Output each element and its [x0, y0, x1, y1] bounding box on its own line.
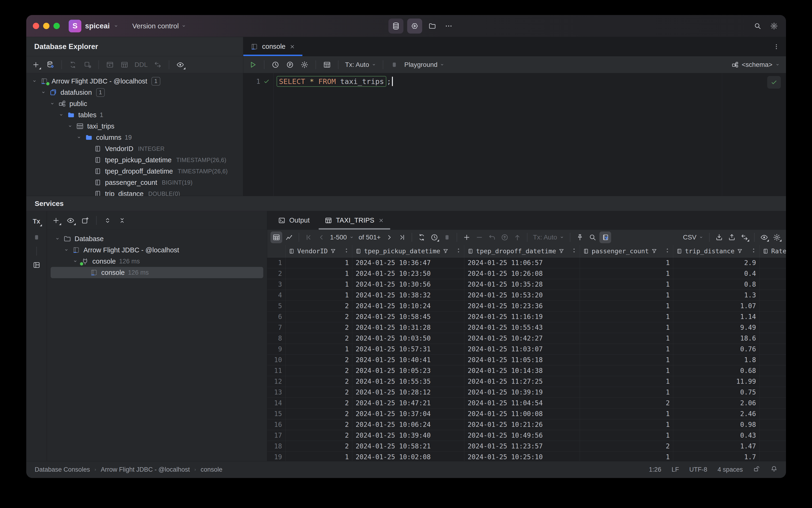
- cell[interactable]: 1: [580, 301, 673, 311]
- column-header-tpep_dropoff_datetime[interactable]: tpep_dropoff_datetime: [464, 245, 580, 257]
- cell[interactable]: 2024-01-25 10:23:50: [352, 268, 464, 279]
- breadcrumb-item[interactable]: Arrow Flight JDBC - @localhost: [101, 466, 190, 473]
- cell[interactable]: 2024-01-25 10:38:32: [352, 290, 464, 300]
- close-tab-icon[interactable]: [378, 217, 384, 223]
- tree-item-columns[interactable]: columns19: [26, 132, 243, 143]
- view-options-button[interactable]: [64, 214, 77, 227]
- cell[interactable]: 2024-01-25 10:14:38: [464, 366, 580, 376]
- cell[interactable]: 2024-01-25 10:49:56: [464, 430, 580, 441]
- cell[interactable]: 1: [580, 322, 673, 333]
- last-page-button[interactable]: [396, 231, 408, 243]
- cell[interactable]: 2: [285, 354, 352, 365]
- add-service-button[interactable]: [50, 214, 62, 227]
- project-files-button[interactable]: [426, 20, 439, 32]
- cell[interactable]: 2024-01-25 10:36:47: [352, 257, 464, 268]
- parameters-button[interactable]: [284, 58, 296, 71]
- stop-strip-button[interactable]: [30, 231, 43, 244]
- cell[interactable]: [760, 441, 786, 452]
- cell[interactable]: [760, 279, 786, 290]
- execute-button[interactable]: [246, 58, 259, 71]
- row-number[interactable]: 14: [267, 398, 285, 408]
- cell[interactable]: 0.76: [673, 344, 760, 354]
- tab-taxi-trips[interactable]: TAXI_TRIPS: [317, 211, 392, 229]
- cell[interactable]: 2024-01-25 10:57:31: [352, 344, 464, 354]
- chevron-down-icon[interactable]: [76, 135, 83, 140]
- cell[interactable]: 2024-01-25 10:31:28: [352, 322, 464, 333]
- row-number[interactable]: 16: [267, 419, 285, 430]
- cell[interactable]: 2024-01-25 10:39:40: [352, 430, 464, 441]
- chart-view-button[interactable]: [283, 231, 295, 243]
- tab-options-button[interactable]: [773, 43, 780, 50]
- caret-position[interactable]: 1:26: [649, 466, 661, 473]
- row-number[interactable]: 10: [267, 354, 285, 365]
- row-number[interactable]: 12: [267, 376, 285, 387]
- add-data-source-button[interactable]: [30, 58, 42, 71]
- row-number[interactable]: 9: [267, 344, 285, 354]
- browse-data-button[interactable]: [321, 58, 333, 71]
- inspections-ok-widget[interactable]: [767, 76, 781, 89]
- compare-data-button[interactable]: [739, 231, 750, 243]
- cell[interactable]: 2024-01-25 10:10:24: [352, 301, 464, 311]
- column-header-trip_distance[interactable]: trip_distance: [673, 245, 760, 257]
- page-range-select[interactable]: 1-500: [328, 231, 356, 243]
- column-header-vendorid[interactable]: VendorID: [285, 245, 352, 257]
- cell[interactable]: 1: [580, 376, 673, 387]
- cell[interactable]: 2024-01-25 10:06:24: [352, 419, 464, 430]
- cell[interactable]: 2024-01-25 10:55:35: [352, 376, 464, 387]
- cell[interactable]: 1: [580, 354, 673, 365]
- cell[interactable]: 2024-01-25 10:30:56: [352, 279, 464, 290]
- cell[interactable]: 2: [285, 441, 352, 452]
- cell[interactable]: 1: [285, 344, 352, 354]
- cell[interactable]: 2024-01-25 10:02:08: [352, 452, 464, 461]
- chevron-down-icon[interactable]: [40, 90, 47, 95]
- row-number[interactable]: 17: [267, 430, 285, 441]
- cell[interactable]: 1.07: [673, 301, 760, 311]
- first-page-button[interactable]: [303, 231, 315, 243]
- query-history-button[interactable]: [269, 58, 282, 71]
- open-in-new-tab-button[interactable]: [79, 214, 91, 227]
- ddl-button[interactable]: DDL: [133, 58, 149, 71]
- expand-all-button[interactable]: [101, 214, 114, 227]
- row-number[interactable]: 8: [267, 333, 285, 344]
- cell[interactable]: 11.99: [673, 376, 760, 387]
- cell[interactable]: 0.43: [673, 430, 760, 441]
- cell[interactable]: [760, 344, 786, 354]
- zoom-window-button[interactable]: [53, 23, 60, 29]
- filter-panel-button[interactable]: [599, 231, 611, 243]
- cell[interactable]: 2024-01-25 11:04:54: [464, 398, 580, 408]
- sort-control[interactable]: [571, 247, 577, 255]
- chevron-down-icon[interactable]: [72, 259, 79, 264]
- cell[interactable]: 2024-01-25 10:39:19: [464, 387, 580, 397]
- tree-item-taxi-trips[interactable]: taxi_trips: [26, 121, 243, 132]
- cell[interactable]: 2024-01-25 11:27:25: [464, 376, 580, 387]
- indent-style[interactable]: 4 spaces: [718, 466, 743, 473]
- import-data-button[interactable]: [713, 231, 725, 243]
- cell[interactable]: 1: [580, 387, 673, 397]
- cell[interactable]: 1: [285, 268, 352, 279]
- cell[interactable]: 2: [285, 387, 352, 397]
- cell[interactable]: 0.68: [673, 366, 760, 376]
- tree-item-tpep-dropoff-datetime[interactable]: tpep_dropoff_datetimeTIMESTAMP(26,6): [26, 166, 243, 177]
- chevron-down-icon[interactable]: [31, 79, 38, 84]
- tree-item-vendorid[interactable]: VendorIDINTEGER: [26, 143, 243, 154]
- cell[interactable]: 1: [580, 268, 673, 279]
- cell[interactable]: 2024-01-25 10:35:28: [464, 279, 580, 290]
- cell[interactable]: 1: [580, 452, 673, 461]
- cell[interactable]: 1: [580, 430, 673, 441]
- previous-page-button[interactable]: [316, 231, 327, 243]
- chevron-down-icon[interactable]: [54, 236, 61, 241]
- grid-settings-button[interactable]: [771, 231, 783, 243]
- row-number[interactable]: 3: [267, 279, 285, 290]
- cell[interactable]: 2024-01-25 10:42:27: [464, 333, 580, 344]
- project-menu[interactable]: S spiceai: [69, 20, 119, 32]
- cell[interactable]: [760, 290, 786, 300]
- tree-item-passenger-count[interactable]: passenger_countBIGINT(19): [26, 177, 243, 188]
- export-data-button[interactable]: [726, 231, 738, 243]
- column-header-passenger_count[interactable]: passenger_count: [580, 245, 673, 257]
- cell[interactable]: 1: [580, 409, 673, 419]
- notifications-button[interactable]: [770, 465, 777, 474]
- tree-item-tpep-pickup-datetime[interactable]: tpep_pickup_datetimeTIMESTAMP(26,6): [26, 154, 243, 166]
- cell[interactable]: 1: [580, 333, 673, 344]
- cell[interactable]: 1: [580, 279, 673, 290]
- auto-refresh-button[interactable]: [428, 231, 440, 243]
